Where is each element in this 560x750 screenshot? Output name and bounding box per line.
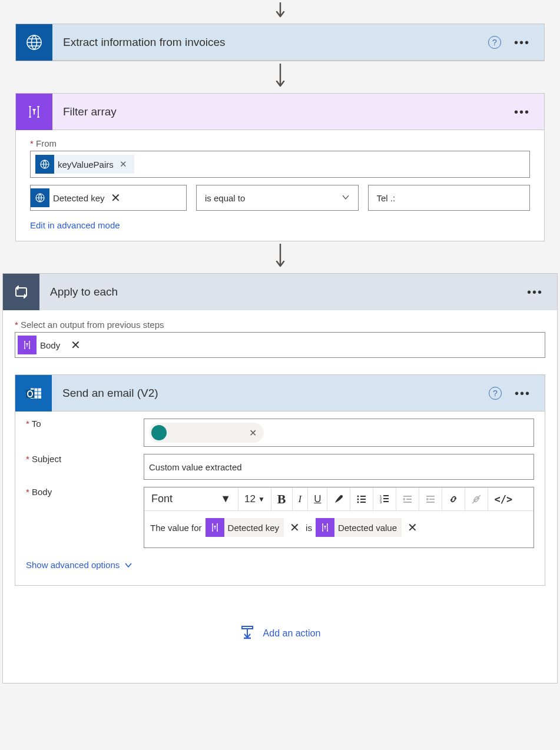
rte-link-icon[interactable]: [442, 487, 465, 510]
svg-point-7: [340, 495, 343, 497]
svg-point-10: [357, 498, 359, 500]
recipient-pill[interactable]: ✕: [149, 423, 264, 443]
rte-content[interactable]: The value for Detected key ✕ is: [144, 511, 534, 547]
condition-value-input[interactable]: Tel .:: [368, 185, 531, 211]
svg-rect-23: [426, 496, 435, 497]
rte-font-select[interactable]: Font▼: [144, 487, 238, 510]
rte-underline-icon[interactable]: U: [308, 487, 327, 510]
connector-arrow: [0, 0, 560, 24]
remove-token-icon[interactable]: ✕: [117, 159, 130, 170]
step-send-email[interactable]: Send an email (V2) ? ••• * To ✕: [15, 374, 545, 586]
help-icon[interactable]: ?: [488, 36, 501, 49]
show-advanced-options[interactable]: Show advanced options: [26, 560, 132, 570]
from-label: * From: [30, 138, 530, 148]
help-icon[interactable]: ?: [489, 387, 502, 400]
from-input[interactable]: keyValuePairs ✕: [30, 151, 530, 178]
step-filter-array[interactable]: Filter array ••• * From keyValuePairs ✕: [15, 93, 545, 241]
to-label: * To: [26, 419, 144, 429]
rte-unlink-icon[interactable]: [465, 487, 488, 510]
svg-rect-9: [360, 496, 366, 497]
to-input[interactable]: ✕: [144, 419, 534, 447]
chevron-down-icon: [342, 193, 350, 203]
select-output-input[interactable]: Body ✕: [15, 332, 545, 358]
body-label: * Body: [26, 487, 144, 497]
step-title: Extract information from invoices: [52, 36, 488, 49]
rte-indent-icon[interactable]: [419, 487, 442, 510]
data-operations-icon: [16, 94, 52, 130]
rte-toolbar: Font▼ 12▼ B I U: [144, 487, 534, 511]
add-action-icon: [240, 625, 255, 642]
remove-recipient-icon[interactable]: ✕: [249, 427, 257, 439]
condition-left[interactable]: Detected key ✕: [30, 185, 187, 211]
svg-rect-15: [383, 495, 389, 496]
ai-builder-icon: [31, 188, 49, 207]
outlook-icon: [15, 375, 52, 411]
subject-input[interactable]: Custom value extracted: [144, 454, 534, 480]
data-operations-icon: [316, 518, 334, 537]
more-icon[interactable]: •••: [515, 387, 531, 399]
rte-code-icon[interactable]: </>: [488, 487, 518, 510]
rte-outdent-icon[interactable]: [396, 487, 419, 510]
remove-token-icon[interactable]: ✕: [287, 522, 302, 533]
condition-operator-select[interactable]: is equal to: [196, 185, 359, 211]
svg-rect-27: [242, 626, 253, 629]
ai-builder-icon: [35, 155, 54, 174]
edit-advanced-link[interactable]: Edit in advanced mode: [30, 220, 120, 230]
rte-size-select[interactable]: 12▼: [238, 487, 271, 510]
svg-rect-19: [383, 501, 389, 502]
step-title: Apply to each: [39, 286, 527, 298]
rte-color-icon[interactable]: [327, 487, 350, 510]
rte-numbered-icon[interactable]: 123: [373, 487, 396, 510]
svg-rect-17: [383, 498, 389, 499]
step-title: Filter array: [52, 105, 514, 118]
svg-rect-25: [426, 502, 435, 503]
svg-line-26: [472, 495, 481, 503]
more-icon[interactable]: •••: [527, 286, 543, 298]
subject-label: * Subject: [26, 454, 144, 464]
svg-rect-21: [406, 499, 412, 500]
rte-italic-icon[interactable]: I: [293, 487, 309, 510]
svg-rect-20: [403, 496, 412, 497]
condition-row: Detected key ✕ is equal to Tel .:: [30, 185, 530, 211]
remove-token-icon[interactable]: ✕: [68, 339, 83, 351]
svg-rect-24: [429, 499, 435, 500]
data-operations-icon: [206, 518, 224, 537]
step-extract-invoices[interactable]: Extract information from invoices ? •••: [15, 24, 545, 61]
connector-arrow: [0, 61, 560, 93]
rte-bold-icon[interactable]: B: [271, 487, 293, 510]
more-icon[interactable]: •••: [514, 106, 530, 118]
step-apply-to-each[interactable]: Apply to each ••• * Select an output fro…: [2, 273, 558, 683]
data-operations-icon: [18, 336, 37, 354]
rte-bullets-icon[interactable]: [350, 487, 373, 510]
svg-text:3: 3: [380, 500, 382, 504]
svg-rect-11: [360, 499, 366, 500]
remove-token-icon[interactable]: ✕: [108, 192, 123, 204]
more-icon[interactable]: •••: [514, 36, 530, 48]
avatar: [151, 425, 167, 440]
loop-icon: [3, 274, 39, 310]
add-action-button[interactable]: Add an action: [15, 586, 545, 665]
svg-rect-22: [403, 502, 412, 503]
ai-builder-icon: [16, 24, 52, 61]
select-output-label: * Select an output from previous steps: [15, 320, 545, 330]
svg-point-8: [357, 495, 359, 497]
connector-arrow: [0, 241, 560, 273]
token-keyvaluepairs[interactable]: keyValuePairs ✕: [35, 155, 134, 174]
svg-rect-13: [360, 502, 366, 503]
body-editor[interactable]: Font▼ 12▼ B I U: [144, 487, 534, 548]
step-title: Send an email (V2): [52, 387, 489, 400]
remove-token-icon[interactable]: ✕: [405, 522, 420, 533]
svg-point-12: [357, 501, 359, 503]
